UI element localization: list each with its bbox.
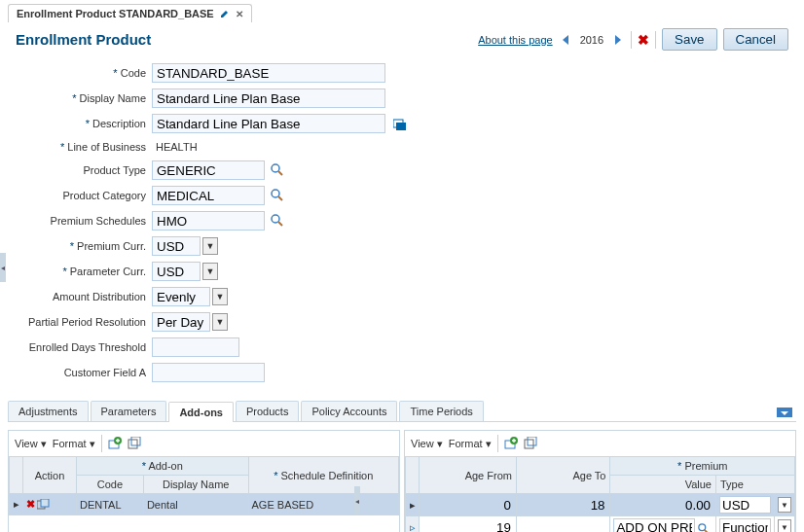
tab-adjustments[interactable]: Adjustments	[8, 401, 89, 421]
search-icon[interactable]	[271, 214, 284, 228]
table-row[interactable]: ▹ ▼	[406, 516, 795, 533]
value-input[interactable]	[613, 518, 695, 532]
search-icon[interactable]	[698, 522, 710, 533]
age-to-input[interactable]	[520, 518, 607, 532]
page-tab[interactable]: Enrollment Product STANDARD_BASE ✕	[8, 4, 252, 22]
restore-icon[interactable]	[777, 405, 792, 416]
svg-line-5	[278, 196, 282, 200]
view-menu[interactable]: View ▾	[15, 438, 47, 450]
product-category-input[interactable]	[152, 186, 265, 205]
chevron-down-icon[interactable]: ▼	[212, 288, 228, 305]
chevron-down-icon[interactable]: ▼	[202, 263, 218, 280]
value-input[interactable]	[613, 496, 713, 514]
ppr-label: Partial Period Resolution	[16, 316, 152, 328]
about-link[interactable]: About this page	[478, 34, 552, 46]
cancel-button[interactable]: Cancel	[723, 28, 789, 51]
edt-input[interactable]	[152, 337, 239, 357]
chevron-down-icon[interactable]: ▼	[778, 519, 791, 532]
page-tab-title: Enrollment Product STANDARD_BASE	[17, 8, 214, 19]
parameter-curr-input[interactable]	[152, 262, 201, 281]
next-arrow-icon[interactable]	[609, 32, 625, 48]
collapse-splitter-icon[interactable]: ◂	[354, 486, 360, 515]
amount-dist-input[interactable]	[152, 287, 210, 306]
detach-icon[interactable]	[524, 437, 537, 450]
col-age-from[interactable]: Age From	[420, 457, 517, 494]
svg-point-6	[272, 215, 279, 223]
type-input[interactable]	[719, 518, 771, 532]
type-input[interactable]	[719, 496, 771, 514]
age-to-input[interactable]	[520, 496, 607, 514]
tab-policy-accounts[interactable]: Policy Accounts	[301, 401, 397, 421]
product-category-label: Product Category	[16, 190, 152, 201]
col-schedule[interactable]: Schedule Definition	[248, 457, 398, 494]
separator	[655, 31, 656, 49]
svg-line-3	[278, 171, 282, 175]
svg-point-2	[272, 164, 279, 172]
svg-rect-1	[396, 123, 406, 130]
product-type-label: Product Type	[16, 164, 152, 176]
save-button[interactable]: Save	[662, 28, 716, 51]
row-selector[interactable]: ▸	[406, 494, 420, 516]
add-row-icon[interactable]	[108, 437, 122, 450]
ppr-input[interactable]	[152, 312, 210, 332]
tab-products[interactable]: Products	[236, 401, 299, 421]
description-input[interactable]	[152, 114, 385, 133]
lob-value: HEALTH	[152, 139, 201, 155]
product-type-input[interactable]	[152, 160, 265, 180]
premium-schedules-input[interactable]	[152, 211, 265, 231]
subtab-bar: Adjustments Parameters Add-ons Products …	[8, 401, 796, 422]
format-menu[interactable]: Format ▾	[449, 438, 492, 450]
amount-dist-label: Amount Distribution	[16, 291, 152, 302]
svg-rect-12	[131, 437, 140, 445]
svg-point-4	[272, 190, 279, 197]
col-action[interactable]: Action	[23, 457, 77, 494]
tab-parameters[interactable]: Parameters	[91, 401, 167, 421]
close-icon[interactable]: ✕	[236, 9, 243, 19]
detach-icon[interactable]	[128, 437, 141, 450]
format-menu[interactable]: Format ▾	[53, 438, 95, 450]
edit-icon	[220, 9, 230, 18]
col-age-to[interactable]: Age To	[516, 457, 610, 494]
search-icon[interactable]	[271, 163, 284, 177]
cfa-input[interactable]	[152, 363, 265, 382]
age-from-input[interactable]	[422, 496, 513, 514]
cell-display-name[interactable]: Dental	[143, 494, 248, 515]
col-code[interactable]: Code	[76, 476, 143, 494]
row-expander[interactable]: ▹	[406, 516, 420, 533]
col-type[interactable]: Type	[716, 476, 795, 494]
page-title: Enrollment Product	[16, 31, 151, 48]
age-from-input[interactable]	[422, 518, 513, 532]
collapse-left-icon[interactable]: ◂	[0, 253, 6, 282]
cell-schedule[interactable]: AGE BASED	[248, 494, 398, 515]
col-value[interactable]: Value	[610, 476, 716, 494]
search-icon[interactable]	[271, 189, 284, 202]
add-row-icon[interactable]	[504, 437, 518, 450]
delete-row-icon[interactable]: ✖	[26, 498, 35, 511]
chevron-down-icon[interactable]: ▼	[202, 237, 218, 255]
cell-code[interactable]: DENTAL	[76, 494, 143, 515]
table-row[interactable]: ▸ ✖ DENTAL Dental AGE BASED	[10, 494, 399, 515]
svg-point-19	[699, 523, 706, 530]
tab-addons[interactable]: Add-ons	[168, 402, 234, 422]
code-input[interactable]	[152, 63, 385, 83]
tab-time-periods[interactable]: Time Periods	[399, 401, 483, 421]
separator	[497, 435, 498, 452]
display-name-label: Display Name	[16, 92, 152, 104]
description-details-icon[interactable]	[393, 117, 407, 129]
col-addon-group: Add-on	[76, 457, 248, 476]
view-menu[interactable]: View ▾	[411, 438, 443, 450]
display-name-input[interactable]	[152, 89, 385, 108]
svg-rect-17	[525, 440, 533, 448]
delete-icon[interactable]: ✖	[638, 32, 649, 48]
prev-arrow-icon[interactable]	[559, 32, 574, 48]
premium-curr-input[interactable]	[152, 236, 201, 256]
row-selector[interactable]: ▸	[10, 494, 23, 515]
col-premium-group: Premium	[610, 457, 795, 476]
table-row[interactable]: ▸ ▼	[406, 494, 795, 516]
svg-rect-14	[41, 499, 49, 507]
copy-row-icon[interactable]	[37, 498, 51, 511]
chevron-down-icon[interactable]: ▼	[778, 497, 791, 513]
col-display-name[interactable]: Display Name	[143, 476, 248, 494]
premium-schedules-label: Premium Schedules	[16, 215, 152, 227]
chevron-down-icon[interactable]: ▼	[212, 313, 228, 331]
